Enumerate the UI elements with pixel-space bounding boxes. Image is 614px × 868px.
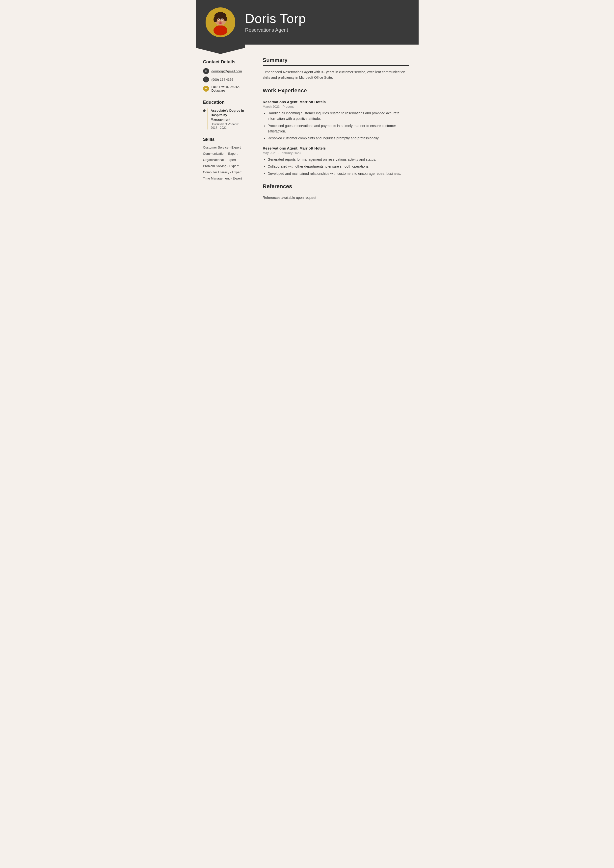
summary-section: Summary Experienced Reservations Agent w… xyxy=(263,57,409,81)
sidebar: Contact Details ✉ doristorp@gmail.com 📞 … xyxy=(196,57,255,216)
location-text: Lake Ewald, 94042, Delaware xyxy=(211,85,248,92)
resume-container: Doris Torp Reservations Agent Contact De… xyxy=(196,0,418,297)
job-dates: March 2023 - Present xyxy=(263,105,409,108)
svg-point-5 xyxy=(224,17,227,21)
svg-point-6 xyxy=(216,12,225,17)
location-item: ● Lake Ewald, 94042, Delaware xyxy=(203,85,248,92)
svg-point-1 xyxy=(213,25,227,36)
skill-item: Organizational - Expert xyxy=(203,158,248,162)
header-text: Doris Torp Reservations Agent xyxy=(245,12,306,33)
candidate-title: Reservations Agent xyxy=(245,27,306,33)
work-experience-section: Work Experience Reservations Agent, Marr… xyxy=(263,87,409,176)
edu-years: 2017 - 2021 xyxy=(211,126,248,130)
main-content: Contact Details ✉ doristorp@gmail.com 📞 … xyxy=(196,45,418,216)
summary-text: Experienced Reservations Agent with 3+ y… xyxy=(263,69,409,81)
contact-section: Contact Details ✉ doristorp@gmail.com 📞 … xyxy=(203,59,248,92)
skill-item: Communication - Expert xyxy=(203,152,248,155)
references-section: References References available upon req… xyxy=(263,183,409,200)
svg-marker-13 xyxy=(196,43,245,54)
job-bullet: Handled all incoming customer inquiries … xyxy=(268,110,409,122)
education-item: Associate's Degree in Hospitality Manage… xyxy=(203,108,248,130)
phone-item: 📞 (900) 164 4356 xyxy=(203,76,248,82)
email-icon: ✉ xyxy=(203,68,209,74)
edu-content: Associate's Degree in Hospitality Manage… xyxy=(208,108,248,130)
education-section: Education Associate's Degree in Hospital… xyxy=(203,100,248,130)
email-item: ✉ doristorp@gmail.com xyxy=(203,68,248,74)
avatar xyxy=(205,8,235,37)
edu-degree: Associate's Degree in Hospitality Manage… xyxy=(211,108,248,122)
main-panel: Summary Experienced Reservations Agent w… xyxy=(255,57,418,216)
summary-title: Summary xyxy=(263,57,409,66)
job-bullet: Developed and maintained relationships w… xyxy=(268,171,409,176)
job-title: Reservations Agent, Marriott Hotels xyxy=(263,100,409,104)
skills-list: Customer Service - ExpertCommunication -… xyxy=(203,146,248,180)
email-link[interactable]: doristorp@gmail.com xyxy=(211,69,242,73)
skill-item: Customer Service - Expert xyxy=(203,146,248,149)
header: Doris Torp Reservations Agent xyxy=(196,0,418,45)
header-chevron xyxy=(196,43,245,54)
contact-section-title: Contact Details xyxy=(203,59,248,65)
phone-text: (900) 164 4356 xyxy=(211,78,233,81)
education-section-title: Education xyxy=(203,100,248,105)
skill-item: Problem Solving - Expert xyxy=(203,164,248,168)
references-title: References xyxy=(263,183,409,192)
skill-item: Computer Literacy - Expert xyxy=(203,170,248,174)
job-bullet: Resolved customer complaints and inquiri… xyxy=(268,135,409,141)
job-entry: Reservations Agent, Marriott HotelsMay 2… xyxy=(263,146,409,176)
edu-school: University of Phoenix xyxy=(211,122,248,126)
references-text: References available upon request xyxy=(263,195,409,200)
svg-point-10 xyxy=(221,19,223,20)
candidate-name: Doris Torp xyxy=(245,12,306,26)
job-bullets: Handled all incoming customer inquiries … xyxy=(263,110,409,141)
svg-point-11 xyxy=(220,21,221,22)
job-entry: Reservations Agent, Marriott HotelsMarch… xyxy=(263,100,409,141)
job-bullet: Collaborated with other departments to e… xyxy=(268,164,409,169)
job-bullets: Generated reports for management on rese… xyxy=(263,157,409,176)
work-experience-title: Work Experience xyxy=(263,87,409,96)
job-bullet: Generated reports for management on rese… xyxy=(268,157,409,162)
edu-dot-icon xyxy=(203,109,205,112)
svg-point-4 xyxy=(213,17,217,22)
svg-point-9 xyxy=(218,19,219,20)
skill-item: Time Management - Expert xyxy=(203,177,248,180)
jobs-list: Reservations Agent, Marriott HotelsMarch… xyxy=(263,100,409,176)
location-icon: ● xyxy=(203,86,209,91)
skills-section-title: Skills xyxy=(203,137,248,142)
svg-point-12 xyxy=(219,22,222,24)
job-dates: May 2021 - February 2023 xyxy=(263,151,409,155)
job-bullet: Processed guest reservations and payment… xyxy=(268,123,409,134)
phone-icon: 📞 xyxy=(203,76,209,82)
skills-section: Skills Customer Service - ExpertCommunic… xyxy=(203,137,248,180)
job-title: Reservations Agent, Marriott Hotels xyxy=(263,146,409,150)
